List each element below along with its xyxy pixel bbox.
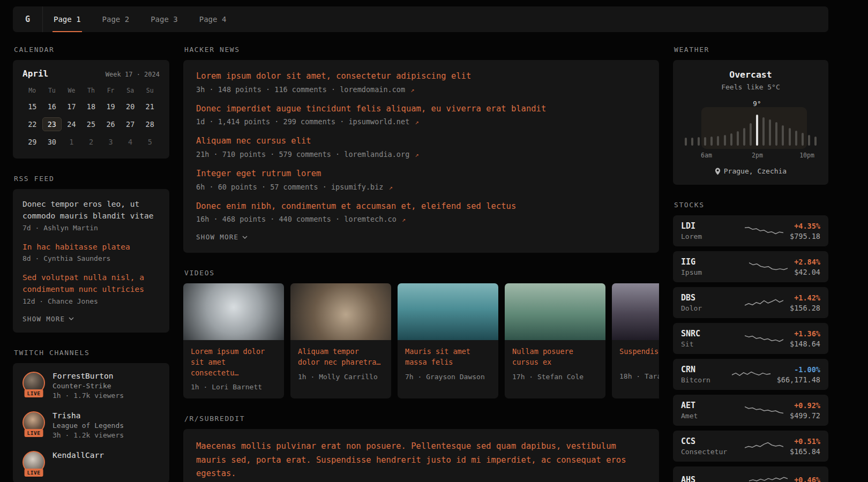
video-thumbnail[interactable] [612,283,659,340]
hn-story-link[interactable]: Lorem ipsum dolor sit amet, consectetur … [196,71,646,82]
stock-ticker: CCS [681,436,738,446]
video-thumbnail[interactable] [183,283,284,340]
rss-item-title[interactable]: Sed volutpat nulla nisl, a condimentum n… [23,272,160,296]
video-title[interactable]: Suspendisse diam [619,347,659,367]
weather-feels-like: Feels like 5°C [684,83,818,91]
video-card[interactable]: Aliquam tempor dolor nec pharetra… 1h · … [290,283,391,398]
subreddit-widget: /R/SUBREDDIT Maecenas mollis pulvinar er… [183,415,659,482]
stock-row[interactable]: CCS Consectetur +0.51% $165.84 [673,431,828,462]
video-card-body: Aliquam tempor dolor nec pharetra… 1h · … [290,340,391,388]
weather-bar [743,128,745,146]
temperature-label: 9° [753,100,761,108]
hn-story: Donec imperdiet augue tincidunt felis al… [196,103,646,126]
external-link-icon[interactable]: ↗ [402,216,406,223]
stock-row[interactable]: AET Amet +0.92% $499.72 [673,395,828,426]
calendar-header: April Week 17 · 2024 [23,69,160,79]
twitch-channel[interactable]: LIVE KendallCarr [23,451,160,473]
videos-widget: VIDEOS Lorem ipsum dolor sit amet consec… [183,269,659,398]
hn-show-more-button[interactable]: SHOW MORE [196,233,248,241]
rss-item[interactable]: In hac habitasse platea 8d · Cynthia Sau… [23,242,160,263]
twitch-channel-category: Counter-Strike [53,382,124,390]
twitch-channel[interactable]: LIVE Trisha League of Legends 3h · 1.2k … [23,411,160,439]
weather-bar [717,136,719,146]
video-card[interactable]: Nullam posuere cursus ex 17h · Stefan Co… [505,283,605,398]
stock-change: +0.92% [790,401,820,410]
hn-story-link[interactable]: Donec imperdiet augue tincidunt felis al… [196,103,646,115]
stock-quote: +1.42% $156.28 [790,293,820,312]
app-logo[interactable]: G [13,6,43,32]
calendar-widget: CALENDAR April Week 17 · 2024 Mo Tu We T… [13,46,169,159]
show-more-label: SHOW MORE [196,233,238,241]
stock-change: -1.00% [777,365,820,374]
hn-story-link[interactable]: Donec enim nibh, condimentum et accumsan… [196,201,646,213]
stock-sparkline [732,366,770,382]
external-link-icon[interactable]: ↗ [415,151,418,159]
stock-identity: CCS Consectetur [681,436,738,456]
external-link-icon[interactable]: ↗ [415,118,418,126]
stock-name: Lorem [681,232,738,240]
stock-identity: CRN Bitcorn [681,365,725,384]
weather-bar [685,138,687,146]
video-title[interactable]: Nullam posuere cursus ex [512,347,598,367]
weekday-label: Su [140,87,160,94]
twitch-channel-name[interactable]: ForrestBurton [53,372,124,380]
calendar-day: 29 [23,135,42,149]
stock-ticker: CRN [681,365,725,374]
stock-row[interactable]: DBS Dolor +1.42% $156.28 [673,287,828,318]
subreddit-post-link[interactable]: Maecenas mollis pulvinar erat non posuer… [196,440,646,481]
calendar-day: 30 [42,135,62,149]
weather-bar [710,137,713,146]
video-title[interactable]: Mauris sit amet massa felis [405,347,491,367]
rss-show-more-button[interactable]: SHOW MORE [23,315,74,323]
page-tab[interactable]: Page 1 [43,6,92,32]
video-card[interactable]: Lorem ipsum dolor sit amet consectetu… 1… [183,283,284,398]
video-card[interactable]: Mauris sit amet massa felis 7h · Grayson… [398,283,498,398]
rss-item-title[interactable]: In hac habitasse platea [23,242,160,253]
video-title[interactable]: Lorem ipsum dolor sit amet consectetu… [191,347,276,378]
external-link-icon[interactable]: ↗ [389,184,393,191]
stock-row[interactable]: LDI Lorem +4.35% $795.18 [673,215,828,246]
page-tab[interactable]: Page 2 [92,6,140,32]
weekday-label: Mo [23,87,42,94]
weekday-label: Tu [42,87,62,94]
video-thumbnail[interactable] [505,283,605,340]
stock-quote: +1.36% $148.64 [790,329,820,348]
stock-quote: +0.51% $165.84 [790,437,820,456]
calendar-week-year: Week 17 · 2024 [106,71,160,78]
rss-card: Donec tempor eros leo, ut commodo mauris… [13,189,169,333]
stock-row[interactable]: SNRC Sit +1.36% $148.64 [673,323,828,354]
stock-change: +2.84% [794,258,820,266]
hn-story-link[interactable]: Integer eget rutrum lorem [196,168,646,180]
video-row: Lorem ipsum dolor sit amet consectetu… 1… [183,283,659,398]
stock-quote: +2.84% $42.04 [794,258,820,276]
external-link-icon[interactable]: ↗ [410,86,414,94]
twitch-channel-meta: 3h · 1.2k viewers [53,431,124,439]
stock-quote: +0.46% [794,476,820,482]
page-tab[interactable]: Page 4 [189,6,237,32]
video-thumbnail[interactable] [290,283,391,340]
twitch-channel-name[interactable]: KendallCarr [53,451,104,460]
rss-item[interactable]: Donec tempor eros leo, ut commodo mauris… [23,199,160,232]
location-pin-icon [715,168,721,175]
rss-item[interactable]: Sed volutpat nulla nisl, a condimentum n… [23,272,160,305]
video-thumbnail[interactable] [398,283,498,340]
stock-quote: +0.92% $499.72 [790,401,820,420]
hn-story-link[interactable]: Aliquam nec cursus elit [196,135,646,147]
stock-row[interactable]: CRN Bitcorn -1.00% $66,171.48 [673,359,828,390]
stock-ticker: SNRC [681,329,738,338]
page-tab[interactable]: Page 3 [140,6,189,32]
hn-story-meta: 16h · 468 points · 440 comments · loremt… [196,215,646,223]
stock-row[interactable]: IIG Ipsum +2.84% $42.04 [673,251,828,282]
rss-item-title[interactable]: Donec tempor eros leo, ut commodo mauris… [23,199,160,222]
video-title[interactable]: Aliquam tempor dolor nec pharetra… [298,347,384,367]
calendar-day: 18 [81,100,101,114]
main-column: HACKER NEWS Lorem ipsum dolor sit amet, … [183,46,659,482]
stock-price: $156.28 [790,304,820,312]
video-card[interactable]: Suspendisse diam 18h · Tara [612,283,659,398]
weather-chart: 9° [684,100,818,147]
topbar: G Page 1 Page 2 Page 3 Page 4 [13,6,828,32]
stock-row[interactable]: AHS +0.46% [673,466,828,482]
weather-bar [737,131,739,146]
twitch-channel-name[interactable]: Trisha [53,411,124,420]
twitch-channel[interactable]: LIVE ForrestBurton Counter-Strike 1h · 1… [23,372,160,400]
